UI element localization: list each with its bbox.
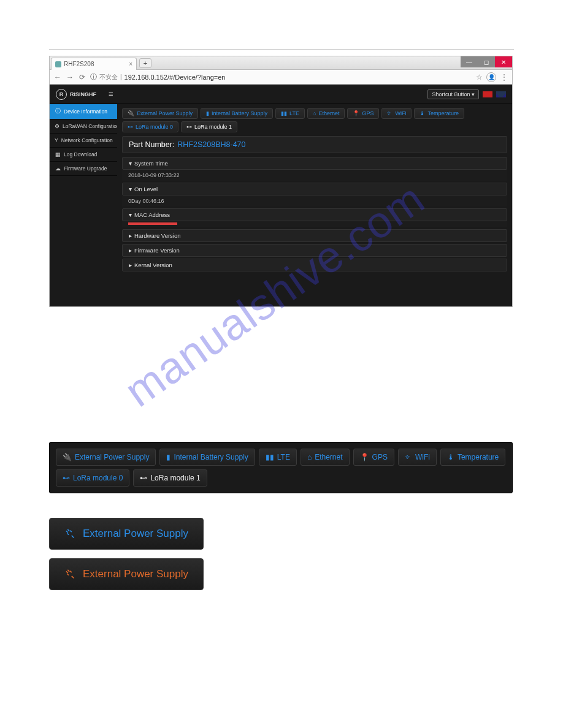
insecure-icon: ⓘ <box>90 72 97 82</box>
lora-icon: ⊷ <box>63 474 70 482</box>
app-frame: R RISINGHF ≡ Shortcut Button ▾ ⓘDevice I… <box>50 85 512 306</box>
battery-icon: ▮ <box>206 110 209 116</box>
caret-right-icon: ▸ <box>129 247 132 254</box>
browser-tab[interactable]: RHF2S208 × <box>51 58 137 70</box>
tab-gps-large[interactable]: 📍GPS <box>353 449 394 466</box>
tab-lora-module-1-large[interactable]: ⊷LoRa module 1 <box>133 469 207 487</box>
accordion-system-time[interactable]: ▾System Time <box>122 157 507 170</box>
ethernet-icon: ⌂ <box>307 453 312 461</box>
sidebar-item-label: Log Download <box>64 151 97 157</box>
tab-ethernet[interactable]: ⌂Ethernet <box>307 108 345 119</box>
button-label: External Power Supply <box>83 528 188 540</box>
signal-icon: ▮▮ <box>281 110 287 116</box>
reload-icon[interactable]: ⟳ <box>78 73 86 82</box>
tab-internal-battery[interactable]: ▮Internal Battery Supply <box>201 108 273 119</box>
info-icon: ⓘ <box>55 108 61 115</box>
sidebar-item-lorawan-configuration[interactable]: ⚙LoRaWAN Configuration <box>50 119 117 134</box>
thermometer-icon: 🌡 <box>447 453 454 461</box>
close-window-button[interactable]: ✕ <box>495 56 512 67</box>
maximize-button[interactable]: ◻ <box>478 56 495 67</box>
sidebar-item-label: Device Information <box>64 108 107 115</box>
tab-temperature[interactable]: 🌡Temperature <box>414 108 464 119</box>
cloud-icon: ☁ <box>55 165 61 172</box>
tab-wifi-large[interactable]: ᯤWiFi <box>398 449 437 466</box>
sidebar-item-network-configuration[interactable]: YNetwork Configuration <box>50 134 117 148</box>
status-tab-row: 🔌External Power Supply ▮Internal Battery… <box>122 108 507 132</box>
tab-external-power[interactable]: 🔌External Power Supply <box>122 108 198 119</box>
tab-lora-module-1[interactable]: ⊷LoRa module 1 <box>181 121 237 132</box>
part-number-label: Part Number: <box>129 140 174 149</box>
sidebar-item-label: Firmware Upgrade <box>64 165 107 172</box>
lora-icon: ⊷ <box>128 124 133 130</box>
tab-lora-module-0-large[interactable]: ⊷LoRa module 0 <box>56 469 129 487</box>
download-icon: ▦ <box>55 151 61 157</box>
tab-external-power-large[interactable]: 🔌External Power Supply <box>56 449 156 466</box>
gear-icon: ⚙ <box>55 123 59 129</box>
tab-title: RHF2S208 <box>64 61 94 67</box>
minimize-button[interactable]: — <box>461 56 478 67</box>
browser-tabbar: RHF2S208 × + — ◻ ✕ <box>50 56 512 70</box>
signal-icon: ▮▮ <box>266 453 274 461</box>
thermometer-icon: 🌡 <box>419 110 425 116</box>
browser-address-bar: ← → ⟳ ⓘ 不安全 | 192.168.0.152/#/Device/?la… <box>50 70 512 85</box>
close-tab-icon[interactable]: × <box>129 61 132 67</box>
wifi-icon: ᯤ <box>405 453 412 461</box>
hamburger-icon[interactable]: ≡ <box>109 89 113 99</box>
plug-icon <box>62 525 79 542</box>
external-power-button-blue[interactable]: External Power Supply <box>49 518 204 550</box>
forward-icon[interactable]: → <box>66 73 74 82</box>
tab-wifi[interactable]: ᯤWiFi <box>381 108 412 119</box>
tab-gps[interactable]: 📍GPS <box>347 108 379 119</box>
caret-right-icon: ▸ <box>129 262 132 268</box>
sidebar-item-log-download[interactable]: ▦Log Download <box>50 148 117 162</box>
tab-temperature-large[interactable]: 🌡Temperature <box>440 449 505 466</box>
tab-internal-battery-large[interactable]: ▮Internal Battery Supply <box>159 449 255 466</box>
brand-name: RISINGHF <box>70 91 96 97</box>
network-icon: Y <box>55 137 58 143</box>
ethernet-icon: ⌂ <box>313 110 316 116</box>
pin-icon: 📍 <box>360 453 369 461</box>
part-number-row: Part Number: RHF2S208BH8-470 <box>122 136 507 153</box>
back-icon[interactable]: ← <box>53 73 62 82</box>
main-panel: 🔌External Power Supply ▮Internal Battery… <box>117 104 512 306</box>
logo-icon: R <box>56 89 67 100</box>
caret-down-icon: ▾ <box>129 186 132 192</box>
caret-down-icon: ▾ <box>129 211 132 218</box>
insecure-label: 不安全 <box>99 73 118 82</box>
flag-cn-icon[interactable] <box>483 91 492 97</box>
button-label: External Power Supply <box>83 568 188 580</box>
accordion-hardware-version[interactable]: ▸Hardware Version <box>122 229 507 242</box>
brand-logo: R RISINGHF <box>56 89 96 100</box>
accordion-firmware-version[interactable]: ▸Firmware Version <box>122 244 507 257</box>
app-header: R RISINGHF ≡ Shortcut Button ▾ <box>50 85 512 104</box>
account-icon[interactable]: 👤 <box>486 72 496 82</box>
wifi-icon: ᯤ <box>387 110 393 116</box>
sidebar-item-firmware-upgrade[interactable]: ☁Firmware Upgrade <box>50 162 117 176</box>
lora-icon: ⊷ <box>140 474 147 482</box>
tab-ethernet-large[interactable]: ⌂Ethernet <box>301 449 350 466</box>
on-level-value: 0Day 00:46:16 <box>122 195 507 207</box>
plug-icon <box>62 566 79 583</box>
accordion-on-level[interactable]: ▾On Level <box>122 183 507 195</box>
tab-lora-module-0[interactable]: ⊷LoRa module 0 <box>122 121 178 132</box>
battery-icon: ▮ <box>166 453 170 461</box>
flag-uk-icon[interactable] <box>496 91 506 97</box>
sidebar-item-device-information[interactable]: ⓘDevice Information <box>50 104 117 119</box>
sidebar-item-label: Network Configuration <box>61 137 113 143</box>
part-number-value: RHF2S208BH8-470 <box>177 140 245 149</box>
external-power-button-orange[interactable]: External Power Supply <box>49 558 204 590</box>
sidebar: ⓘDevice Information ⚙LoRaWAN Configurati… <box>50 104 117 306</box>
browser-window: RHF2S208 × + — ◻ ✕ ← → ⟳ ⓘ 不安全 | 192.168… <box>49 56 513 307</box>
shortcut-button[interactable]: Shortcut Button ▾ <box>427 89 479 99</box>
url-field[interactable]: ⓘ 不安全 | 192.168.0.152/#/Device/?lang=en <box>90 72 472 82</box>
accordion-mac-address[interactable]: ▾MAC Address <box>122 208 507 221</box>
new-tab-button[interactable]: + <box>139 58 151 68</box>
tab-lte-large[interactable]: ▮▮LTE <box>259 449 297 466</box>
mac-address-value <box>122 221 507 227</box>
menu-icon[interactable]: ⋮ <box>500 73 508 82</box>
bookmark-icon[interactable]: ☆ <box>476 73 483 82</box>
lora-icon: ⊷ <box>186 124 192 130</box>
tab-lte[interactable]: ▮▮LTE <box>275 108 305 119</box>
caret-right-icon: ▸ <box>129 232 132 239</box>
accordion-kernal-version[interactable]: ▸Kernal Version <box>122 259 507 271</box>
